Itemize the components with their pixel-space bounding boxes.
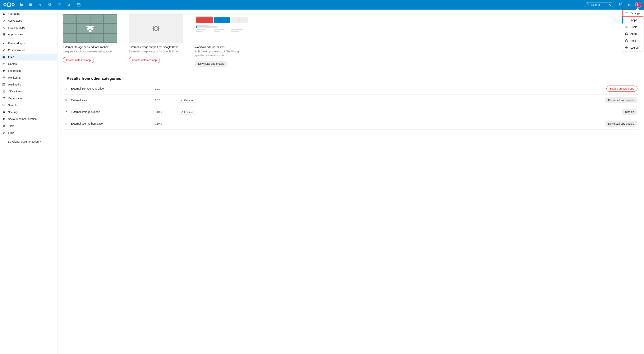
sidebar-item-integration[interactable]: Integration xyxy=(0,67,57,74)
sidebar-item-developer-docs[interactable]: Developer documentation ↗ xyxy=(0,138,57,145)
contacts-menu-icon[interactable] xyxy=(624,0,634,9)
app-cards: External Storage backend for Dropbox Int… xyxy=(63,14,639,67)
sidebar-item-multimedia[interactable]: Multimedia xyxy=(0,81,57,88)
app-card-title: External storage support for Google Driv… xyxy=(129,45,183,49)
gear-icon xyxy=(64,87,68,90)
sidebar-item-tools[interactable]: Tools xyxy=(0,123,57,129)
table-row[interactable]: External user authentication 0.10.0 Down… xyxy=(63,118,639,130)
notifications-icon[interactable] xyxy=(615,0,624,9)
app-card-title: Workflow external scripts xyxy=(195,45,249,49)
disable-button[interactable]: Disable xyxy=(622,109,638,115)
menu-item-apps[interactable]: Apps xyxy=(622,17,643,23)
gear-icon xyxy=(64,99,68,102)
sidebar-item-files[interactable]: Files xyxy=(0,54,57,60)
results-table: External Storage: OneDrive 1.0.7 Enable … xyxy=(63,83,639,130)
nav-activity-icon[interactable] xyxy=(36,0,45,9)
header-nav xyxy=(16,0,84,9)
menu-item-users[interactable]: Users xyxy=(622,23,643,30)
sidebar-item-your-apps[interactable]: Your apps xyxy=(0,10,57,17)
gear-icon xyxy=(64,122,68,125)
table-row[interactable]: External storage support 1.10.0 Featured… xyxy=(63,106,639,118)
nav-calendar-icon[interactable] xyxy=(74,0,84,9)
top-header: external N xyxy=(0,0,644,9)
featured-badge: Featured xyxy=(179,110,196,114)
external-icon xyxy=(64,110,68,114)
svg-point-14 xyxy=(7,3,11,7)
app-card-image: + xyxy=(195,14,249,43)
app-name: External storage support xyxy=(71,110,152,114)
app-name: External Storage: OneDrive xyxy=(71,87,152,90)
app-card-description: Integrate Dropbox as an external storage xyxy=(63,50,117,54)
sidebar-item-search[interactable]: Search xyxy=(0,102,57,109)
sidebar-item-social[interactable]: Social & communication xyxy=(0,116,57,123)
sidebar: Your apps Active apps Disabled apps App … xyxy=(0,9,58,354)
sidebar-item-customization[interactable]: Customization xyxy=(0,47,57,54)
sidebar-item-app-bundles[interactable]: App bundles xyxy=(0,31,57,38)
menu-item-logout[interactable]: Log out xyxy=(622,44,643,51)
sidebar-item-flow[interactable]: Flow xyxy=(0,129,57,136)
app-version: 1.0.7 xyxy=(154,87,176,90)
user-menu-dropdown: Settings Apps Users About Help Log out xyxy=(622,9,643,51)
app-card-description: Rule based processing of files through s… xyxy=(195,50,249,57)
download-enable-button[interactable]: Download and enable xyxy=(605,97,638,103)
sidebar-item-security[interactable]: Security xyxy=(0,109,57,116)
sidebar-item-featured[interactable]: Featured apps xyxy=(0,40,57,47)
sidebar-item-disabled-apps[interactable]: Disabled apps xyxy=(0,24,57,31)
main-content: External Storage backend for Dropbox Int… xyxy=(58,9,644,354)
search-value: external xyxy=(591,3,600,6)
menu-item-settings[interactable]: Settings xyxy=(622,10,643,17)
svg-point-13 xyxy=(4,4,6,6)
app-version: 0.10.0 xyxy=(154,122,176,125)
app-card-description: External storage support for Google Driv… xyxy=(129,50,183,54)
enable-untested-button[interactable]: Enable untested app xyxy=(129,57,160,63)
nav-contacts-icon[interactable] xyxy=(64,0,74,9)
menu-item-about[interactable]: About xyxy=(622,30,643,37)
svg-point-15 xyxy=(12,4,14,6)
app-card-dropbox[interactable]: External Storage backend for Dropbox Int… xyxy=(63,14,117,67)
table-row[interactable]: External Storage: OneDrive 1.0.7 Enable … xyxy=(63,83,639,94)
nav-files-icon[interactable] xyxy=(16,0,26,9)
sidebar-item-organization[interactable]: Organization xyxy=(0,95,57,102)
app-card-image xyxy=(129,14,183,43)
sidebar-item-games[interactable]: Games xyxy=(0,60,57,67)
enable-untested-button[interactable]: Enable untested app xyxy=(606,86,638,92)
sidebar-item-active-apps[interactable]: Active apps xyxy=(0,17,57,24)
app-card-title: External Storage backend for Dropbox xyxy=(63,45,117,49)
menu-item-help[interactable]: Help xyxy=(622,37,643,44)
app-name: External sites xyxy=(71,99,152,102)
app-version: 3.6.0 xyxy=(154,99,176,102)
download-enable-button[interactable]: Download and enable xyxy=(605,121,638,127)
app-logo[interactable] xyxy=(2,1,16,8)
app-name: External user authentication xyxy=(71,122,152,125)
sidebar-item-monitoring[interactable]: Monitoring xyxy=(0,74,57,81)
nav-photos-icon[interactable] xyxy=(26,0,36,9)
app-card-google-drive[interactable]: External storage support for Google Driv… xyxy=(129,14,183,67)
nav-search-icon[interactable] xyxy=(45,0,55,9)
app-card-image xyxy=(63,14,117,43)
table-row[interactable]: External sites 3.6.0 Featured Download a… xyxy=(63,94,639,106)
search-box[interactable]: external xyxy=(584,2,613,7)
app-version: 1.10.0 xyxy=(154,110,176,114)
app-card-workflow[interactable]: + Workflow external scripts Rule based p… xyxy=(195,14,249,67)
user-avatar[interactable]: N xyxy=(635,2,641,8)
search-clear-icon[interactable] xyxy=(608,3,611,6)
enable-untested-button[interactable]: Enable untested app xyxy=(63,57,94,63)
featured-badge: Featured xyxy=(179,98,196,103)
notification-dot xyxy=(621,2,622,4)
sidebar-item-office[interactable]: Office & text xyxy=(0,88,57,95)
nav-mail-icon[interactable] xyxy=(55,0,64,9)
download-enable-button[interactable]: Download and enable xyxy=(195,61,228,67)
section-heading: Results from other categories xyxy=(63,74,639,83)
